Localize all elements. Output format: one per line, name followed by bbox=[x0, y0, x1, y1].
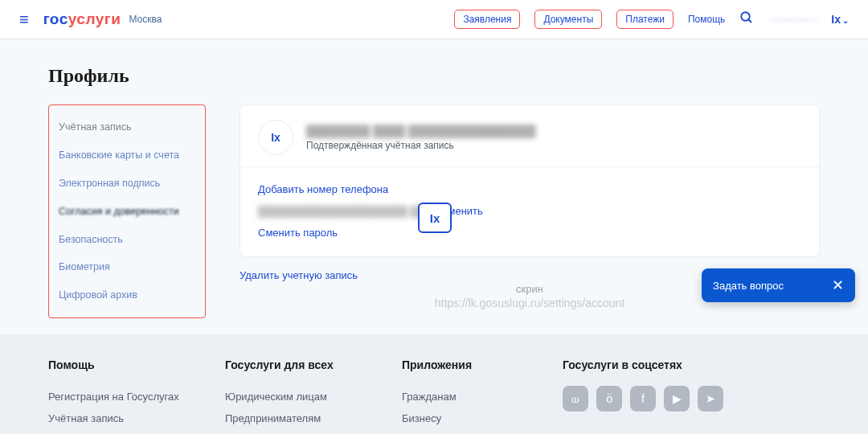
user-name-blur: ████████ ████ ████████████████ bbox=[306, 125, 536, 137]
footer-link[interactable]: Учётная запись bbox=[48, 407, 209, 429]
avatar: Ix bbox=[258, 120, 293, 155]
svg-line-1 bbox=[749, 19, 752, 23]
sidebar-item-account[interactable]: Учётная запись bbox=[59, 113, 195, 141]
close-icon[interactable]: ✕ bbox=[832, 276, 844, 294]
footer-h-help: Помощь bbox=[48, 358, 209, 371]
change-password-link[interactable]: Сменить пароль bbox=[258, 227, 338, 239]
ask-question-label: Задать вопрос bbox=[713, 280, 784, 292]
delete-account-link[interactable]: Удалить учетную запись bbox=[240, 269, 358, 281]
vk-icon[interactable]: ⲱ bbox=[563, 386, 588, 411]
nav-documents[interactable]: Документы bbox=[534, 10, 602, 29]
add-phone-link[interactable]: Добавить номер телефона bbox=[258, 183, 388, 195]
footer-h-social: Госуслуги в соцсетях bbox=[563, 358, 739, 371]
footer-link[interactable]: Юридическим лицам bbox=[225, 386, 386, 407]
logo[interactable]: госуслуги bbox=[43, 10, 121, 28]
user-menu[interactable]: Ix⌄ bbox=[831, 13, 849, 26]
sidebar-item-signature[interactable]: Электронная подпись bbox=[59, 170, 195, 198]
svg-point-0 bbox=[742, 12, 751, 21]
topbar: ≡ госуслуги Москва Заявления Документы П… bbox=[0, 0, 868, 39]
footer-link[interactable]: Иностранцам bbox=[225, 429, 386, 434]
account-status: Подтверждённая учётная запись bbox=[306, 140, 536, 151]
facebook-icon[interactable]: f bbox=[630, 386, 656, 411]
watermark-badge: Ix bbox=[418, 203, 452, 233]
region-selector[interactable]: Москва bbox=[129, 14, 162, 25]
ok-icon[interactable]: ӧ bbox=[596, 386, 622, 411]
footer-link[interactable]: Гражданам bbox=[402, 386, 547, 407]
footer-link[interactable]: Бизнесу bbox=[402, 407, 547, 429]
footer-link[interactable]: Личный кабинет bbox=[48, 429, 209, 434]
sidebar-item-cards[interactable]: Банковские карты и счета bbox=[59, 141, 195, 170]
email-blur: █████████████████████.██ bbox=[258, 206, 424, 217]
ask-question-toast[interactable]: Задать вопрос ✕ bbox=[702, 268, 855, 302]
telegram-icon[interactable]: ➤ bbox=[698, 386, 723, 411]
profile-card: Ix ████████ ████ ████████████████ Подтве… bbox=[240, 104, 820, 257]
sidebar-item-consents[interactable]: Согласия и доверенности bbox=[59, 198, 195, 226]
sidebar: Учётная запись Банковские карты и счета … bbox=[48, 104, 206, 318]
sidebar-item-security[interactable]: Безопасность bbox=[59, 226, 195, 254]
greeting-blur: ————— bbox=[768, 14, 817, 25]
youtube-icon[interactable]: ▶ bbox=[664, 386, 690, 411]
nav-help[interactable]: Помощь bbox=[688, 14, 725, 25]
sidebar-item-biometry[interactable]: Биометрия bbox=[59, 253, 195, 281]
footer-link[interactable]: Регистрация на Госуслугах bbox=[48, 386, 209, 407]
sidebar-item-archive[interactable]: Цифровой архив bbox=[59, 281, 195, 309]
footer-h-apps: Приложения bbox=[402, 358, 547, 371]
chevron-down-icon: ⌄ bbox=[842, 16, 849, 25]
menu-button[interactable]: ≡ bbox=[19, 10, 29, 29]
footer-link[interactable]: Автовладельцам bbox=[402, 429, 547, 434]
search-icon[interactable] bbox=[739, 10, 754, 28]
nav-applications[interactable]: Заявления bbox=[454, 10, 520, 29]
page-title: Профиль bbox=[48, 65, 820, 87]
footer-link[interactable]: Предпринимателям bbox=[225, 407, 386, 429]
footer-h-all: Госуслуги для всех bbox=[225, 358, 386, 371]
footer: Помощь Регистрация на Госуслугах Учётная… bbox=[0, 334, 868, 434]
nav-payments[interactable]: Платежи bbox=[616, 10, 674, 29]
